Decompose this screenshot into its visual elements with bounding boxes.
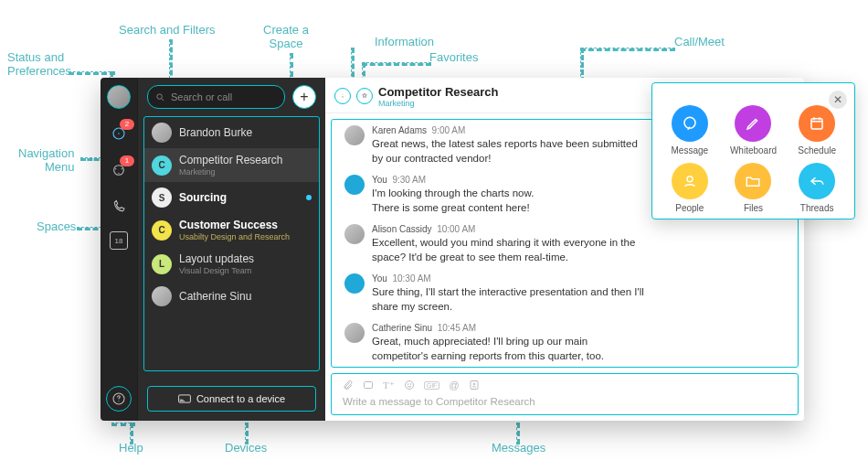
nav-rail: 2 1 18 — [101, 78, 137, 421]
unread-dot — [306, 195, 312, 200]
space-title: Competitor Research — [179, 154, 282, 166]
annotation-search-filters: Search and Filters — [119, 23, 216, 37]
help-icon[interactable] — [106, 386, 132, 412]
activity-schedule[interactable]: Schedule — [787, 105, 847, 155]
svg-point-14 — [408, 384, 408, 385]
nav-calls-icon[interactable] — [107, 195, 131, 219]
message-meta: You 10:30 AM — [372, 273, 646, 284]
message-body: Excellent, would you mind sharing it wit… — [372, 236, 646, 264]
connect-device-button[interactable]: Connect to a device — [147, 386, 316, 412]
nav-messaging-icon[interactable]: 2 — [107, 122, 131, 145]
message-avatar — [344, 323, 365, 343]
user-avatar[interactable] — [107, 85, 131, 109]
annotation-status-prefs: Status and Preferences — [7, 50, 71, 78]
nav-badge-teams: 1 — [120, 155, 134, 166]
favorite-icon[interactable] — [356, 88, 373, 104]
whiteboard-icon — [735, 105, 771, 142]
activity-message[interactable]: Message — [660, 105, 720, 155]
message-meta: You 9:30 AM — [372, 175, 534, 185]
svg-point-10 — [343, 94, 344, 95]
schedule-icon — [799, 105, 835, 142]
svg-point-17 — [473, 383, 475, 385]
message-body: I'm looking through the charts now. Ther… — [372, 187, 534, 215]
svg-point-18 — [684, 117, 695, 128]
people-icon — [672, 163, 708, 199]
nav-calendar-icon[interactable]: 18 — [110, 231, 128, 250]
space-subtitle: Visual Design Team — [179, 266, 254, 275]
message-meta: Karen Adams 9:00 AM — [372, 125, 646, 135]
composer-placeholder[interactable]: Write a message to Competitor Research — [343, 396, 787, 407]
message-body: Sure thing, I'll start the interactive p… — [372, 285, 646, 314]
message-meta: Catherine Sinu 10:45 AM — [372, 323, 646, 333]
info-icon[interactable] — [334, 88, 351, 104]
space-title: Sourcing — [179, 191, 227, 204]
search-icon — [155, 92, 165, 102]
space-item[interactable]: Catherine Sinu — [144, 281, 319, 312]
message-avatar — [344, 125, 365, 145]
activity-label: Whiteboard — [730, 145, 777, 155]
svg-point-3 — [115, 168, 116, 169]
space-subtitle: Marketing — [179, 167, 282, 177]
nav-teams-icon[interactable]: 1 — [107, 158, 131, 182]
activity-people[interactable]: People — [660, 163, 720, 213]
space-item[interactable]: SSourcing — [144, 182, 319, 213]
annotation-information: Information — [375, 35, 434, 48]
activity-files[interactable]: Files — [724, 163, 784, 213]
message-item: Alison Cassidy 10:00 AMExcellent, would … — [344, 224, 785, 264]
spaces-list: Brandon BurkeCCompetitor ResearchMarketi… — [143, 116, 320, 371]
message-composer[interactable]: T⁺ GIF @ Write a message to Competitor R… — [331, 373, 799, 415]
message-avatar — [344, 175, 365, 195]
svg-point-20 — [687, 177, 693, 182]
message-icon — [672, 105, 708, 142]
activity-label: Message — [672, 145, 709, 155]
space-title: Catherine Sinu — [179, 290, 251, 303]
space-title: Brandon Burke — [179, 126, 252, 139]
search-placeholder: Search or call — [171, 91, 232, 102]
activity-label: Schedule — [798, 145, 836, 155]
connect-device-label: Connect to a device — [196, 393, 285, 404]
emoji-icon[interactable] — [404, 380, 415, 391]
conversation-subtitle: Marketing — [378, 99, 498, 108]
cast-icon — [178, 394, 191, 403]
space-subtitle: Usabilty Design and Research — [179, 232, 290, 241]
svg-point-15 — [410, 384, 411, 385]
space-item[interactable]: CCompetitor ResearchMarketing — [144, 148, 319, 182]
mention-icon[interactable]: @ — [449, 380, 459, 391]
search-input[interactable]: Search or call — [147, 85, 285, 109]
space-title: Layout updates — [179, 252, 254, 265]
space-item[interactable]: LLayout updatesVisual Design Team — [144, 247, 319, 281]
personal-icon[interactable] — [469, 380, 480, 391]
close-icon[interactable]: ✕ — [829, 91, 847, 109]
activity-menu: ✕ MessageWhiteboardSchedulePeopleFilesTh… — [651, 82, 855, 219]
svg-point-4 — [122, 168, 122, 169]
create-space-button[interactable]: + — [292, 85, 316, 109]
message-body: Great, much appreciated! I'll bring up o… — [372, 335, 646, 363]
activity-label: People — [675, 203, 704, 213]
message-avatar — [344, 273, 365, 294]
composer-toolbar: T⁺ GIF @ — [343, 378, 787, 392]
attach-icon[interactable] — [343, 380, 354, 391]
space-avatar: S — [152, 187, 172, 208]
space-avatar: C — [152, 155, 172, 176]
conversation-title: Competitor Research — [378, 85, 498, 99]
annotation-create-space: Create a Space — [263, 23, 309, 50]
screenshot-icon[interactable] — [363, 380, 374, 391]
activity-whiteboard[interactable]: Whiteboard — [724, 105, 784, 155]
space-item[interactable]: Brandon Burke — [144, 117, 319, 148]
message-meta: Alison Cassidy 10:00 AM — [372, 224, 646, 234]
annotation-nav-menu: Navigation Menu — [18, 146, 74, 174]
svg-rect-12 — [365, 382, 373, 389]
activity-threads[interactable]: Threads — [787, 163, 847, 213]
svg-point-1 — [118, 133, 119, 134]
files-icon — [735, 163, 771, 199]
gif-icon[interactable]: GIF — [424, 381, 440, 390]
format-icon[interactable]: T⁺ — [383, 380, 395, 391]
message-body: Great news, the latest sales reports hav… — [372, 137, 646, 166]
svg-point-13 — [405, 381, 413, 390]
message-item: Catherine Sinu 10:45 AMGreat, much appre… — [344, 323, 785, 363]
annotation-spaces: Spaces — [37, 219, 76, 233]
space-avatar: C — [152, 220, 172, 241]
space-avatar — [152, 286, 172, 306]
space-title: Customer Success — [179, 219, 290, 231]
space-item[interactable]: CCustomer SuccessUsabilty Design and Res… — [144, 213, 319, 247]
